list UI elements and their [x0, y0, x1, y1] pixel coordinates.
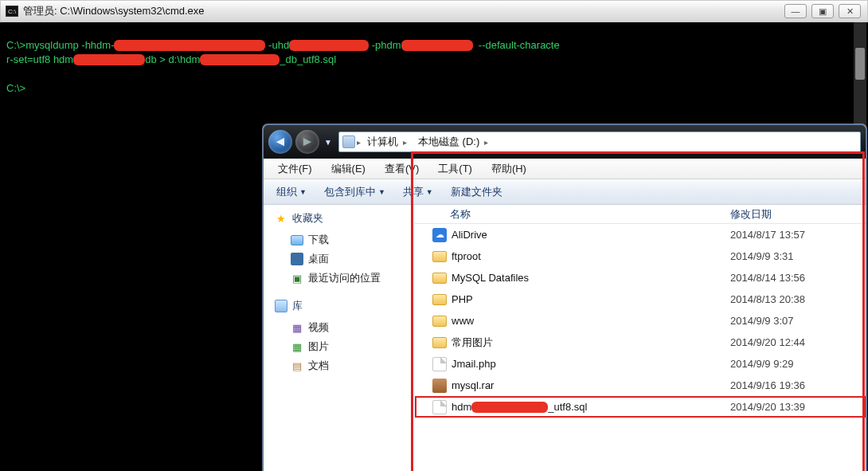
- nav-downloads[interactable]: 下载: [275, 230, 414, 249]
- cmd-scroll-thumb[interactable]: [855, 48, 865, 80]
- table-row[interactable]: www2014/9/9 3:07: [415, 310, 866, 332]
- explorer-toolbar: 组织▼ 包含到库中▼ 共享▼ 新建文件夹: [264, 179, 866, 205]
- explorer-nav-pane: ★收藏夹 下载 桌面 ▣最近访问的位置 库 ▦视频 ▦图片 ▤文档: [264, 205, 415, 471]
- close-button[interactable]: ✕: [839, 4, 861, 18]
- file-date: 2014/9/9 9:29: [730, 358, 866, 370]
- table-row[interactable]: hdm_utf8.sql2014/9/20 13:39: [415, 396, 866, 418]
- nav-libraries[interactable]: 库: [275, 299, 414, 313]
- tool-share[interactable]: 共享▼: [397, 183, 440, 202]
- cmd-icon: C:\: [6, 6, 18, 17]
- nav-video[interactable]: ▦视频: [275, 318, 414, 337]
- cloud-icon: ☁: [432, 228, 447, 242]
- crumb-computer[interactable]: 计算机▸: [362, 132, 412, 151]
- nav-fwd-button[interactable]: ►: [295, 130, 319, 154]
- folder-icon: [432, 337, 447, 348]
- explorer-header: ◄ ► ▼ ▸ 计算机▸ 本地磁盘 (D:)▸: [264, 125, 866, 159]
- explorer-menubar: 文件(F) 编辑(E) 查看(V) 工具(T) 帮助(H): [264, 159, 866, 179]
- table-row[interactable]: Jmail.php2014/9/9 9:29: [415, 353, 866, 375]
- desktop-icon: [291, 253, 303, 265]
- nav-desktop[interactable]: 桌面: [275, 249, 414, 269]
- drive-icon: [342, 135, 355, 148]
- file-icon: [432, 400, 447, 414]
- folder-icon: [291, 235, 303, 245]
- file-name: www: [452, 315, 730, 327]
- library-icon: [275, 300, 287, 312]
- menu-view[interactable]: 查看(V): [377, 160, 427, 178]
- file-name: mysql.rar: [452, 379, 730, 391]
- menu-help[interactable]: 帮助(H): [483, 160, 534, 178]
- menu-file[interactable]: 文件(F): [270, 160, 320, 178]
- cmd-title-text: 管理员: C:\Windows\system32\cmd.exe: [23, 4, 784, 18]
- explorer-window: ◄ ► ▼ ▸ 计算机▸ 本地磁盘 (D:)▸ 文件(F) 编辑(E) 查看(V…: [263, 124, 866, 471]
- file-date: 2014/9/16 19:36: [730, 379, 866, 391]
- minimize-button[interactable]: —: [784, 4, 807, 18]
- cmd-titlebar[interactable]: C:\ 管理员: C:\Windows\system32\cmd.exe — ▣…: [0, 0, 868, 22]
- maximize-button[interactable]: ▣: [811, 4, 834, 18]
- table-row[interactable]: 常用图片2014/9/20 12:44: [415, 332, 866, 353]
- tool-newfolder[interactable]: 新建文件夹: [444, 183, 509, 202]
- file-date: 2014/8/17 13:57: [730, 229, 866, 241]
- tool-organize[interactable]: 组织▼: [270, 183, 313, 202]
- folder-icon: [432, 251, 447, 262]
- nav-history-drop[interactable]: ▼: [323, 132, 334, 151]
- crumb-drive-d[interactable]: 本地磁盘 (D:)▸: [413, 132, 493, 151]
- file-name: hdm_utf8.sql: [452, 401, 730, 414]
- file-date: 2014/8/14 13:56: [730, 272, 866, 284]
- file-name: 常用图片: [452, 336, 730, 350]
- col-name[interactable]: 名称: [415, 207, 730, 222]
- file-name: Jmail.php: [452, 358, 730, 370]
- doc-icon: ▤: [291, 359, 303, 372]
- nav-pictures[interactable]: ▦图片: [275, 337, 414, 356]
- file-date: 2014/9/9 3:31: [730, 250, 866, 262]
- table-row[interactable]: MySQL Datafiles2014/8/14 13:56: [415, 267, 866, 288]
- table-row[interactable]: PHP2014/8/13 20:38: [415, 288, 866, 310]
- file-date: 2014/9/20 13:39: [730, 401, 866, 413]
- nav-recent[interactable]: ▣最近访问的位置: [275, 269, 414, 288]
- star-icon: ★: [275, 212, 287, 225]
- rar-icon: [432, 379, 447, 393]
- table-row[interactable]: ☁AliDrive2014/8/17 13:57: [415, 224, 866, 245]
- film-icon: ▦: [291, 321, 303, 334]
- explorer-file-list[interactable]: 名称 修改日期 ☁AliDrive2014/8/17 13:57ftproot2…: [415, 205, 866, 471]
- menu-tools[interactable]: 工具(T): [430, 160, 480, 178]
- folder-icon: [432, 316, 447, 327]
- folder-icon: [432, 294, 447, 305]
- nav-documents[interactable]: ▤文档: [275, 356, 414, 375]
- tool-include[interactable]: 包含到库中▼: [318, 183, 392, 202]
- picture-icon: ▦: [291, 340, 303, 353]
- folder-icon: [432, 273, 447, 284]
- file-name: ftproot: [452, 250, 730, 262]
- file-icon: [432, 357, 447, 371]
- file-date: 2014/9/9 3:07: [730, 315, 866, 327]
- address-bar[interactable]: ▸ 计算机▸ 本地磁盘 (D:)▸: [338, 131, 861, 152]
- file-date: 2014/8/13 20:38: [730, 293, 866, 305]
- file-name: MySQL Datafiles: [452, 272, 730, 284]
- recent-icon: ▣: [291, 272, 303, 285]
- table-row[interactable]: ftproot2014/9/9 3:31: [415, 245, 866, 267]
- table-row[interactable]: mysql.rar2014/9/16 19:36: [415, 375, 866, 396]
- list-header[interactable]: 名称 修改日期: [415, 205, 866, 224]
- col-date[interactable]: 修改日期: [730, 207, 866, 222]
- nav-back-button[interactable]: ◄: [268, 130, 292, 154]
- file-date: 2014/9/20 12:44: [730, 336, 866, 348]
- nav-favorites[interactable]: ★收藏夹: [275, 211, 414, 226]
- file-name: PHP: [452, 293, 730, 305]
- file-name: AliDrive: [452, 229, 730, 241]
- window-controls: — ▣ ✕: [784, 4, 861, 18]
- menu-edit[interactable]: 编辑(E): [323, 160, 373, 178]
